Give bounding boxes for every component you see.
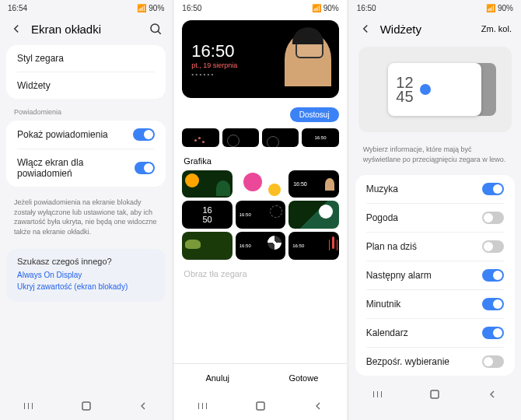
page-title: Widżety [380, 23, 474, 36]
customize-button[interactable]: Dostosuj [290, 107, 339, 122]
nav-recents-icon[interactable] [372, 388, 384, 401]
nav-back-icon[interactable] [312, 400, 324, 412]
svg-rect-2 [257, 402, 264, 410]
toggle-show-notif[interactable] [133, 128, 155, 141]
nav-back-icon[interactable] [486, 388, 498, 401]
clock-thumb[interactable] [236, 170, 285, 198]
preview-time: 16:50 [191, 41, 237, 61]
svg-rect-3 [431, 390, 439, 398]
status-bar: 16:50 📶 90% [174, 0, 346, 16]
svg-point-0 [151, 24, 159, 33]
toggle-switch[interactable] [482, 212, 504, 224]
link-aod[interactable]: Always On Display [17, 271, 155, 279]
widget-preview: 12 45 [358, 47, 512, 132]
clock-thumb[interactable]: 16:50 [288, 232, 338, 260]
status-time: 16:50 [357, 4, 376, 12]
status-icons: 📶90% [137, 4, 164, 12]
phone-widgets: 16:50 📶 90% Widżety Zm. kol. 12 45 Wybie… [349, 0, 521, 420]
row-toggle[interactable]: Minutnik [355, 290, 515, 318]
nav-home-icon[interactable] [80, 400, 93, 412]
clock-thumb[interactable] [222, 128, 259, 147]
search-title: Szukasz czegoś innego? [17, 257, 155, 266]
done-button[interactable]: Gotowe [260, 364, 347, 392]
toggle-label: Kalendarz [366, 327, 408, 338]
bottom-buttons: Anuluj Gotowe [174, 363, 346, 392]
row-toggle[interactable]: Kalendarz [355, 319, 515, 347]
clock-preview: 16:50 pt., 19 sierpnia • • • • • • [182, 20, 338, 98]
toggle-switch[interactable] [482, 355, 504, 368]
toggle-switch[interactable] [482, 240, 504, 253]
status-bar: 16:54 📶90% [0, 0, 172, 16]
toggle-label: Pogoda [366, 212, 398, 223]
section-label-notif: Powiadomienia [0, 102, 172, 117]
clock-grid-graphics: 16:50 16 50 16:50 16:50 16:50 [174, 170, 346, 260]
navbar [174, 392, 346, 420]
nav-home-icon[interactable] [428, 388, 441, 401]
clock-thumb[interactable]: 16:50 [288, 170, 338, 198]
clock-thumb[interactable]: 16:50 [236, 232, 285, 260]
bg-label: Obraz tła zegara [174, 260, 346, 283]
clock-thumb[interactable]: 16 50 [182, 201, 232, 229]
nav-recents-icon[interactable] [197, 400, 209, 412]
toggle-screen-on[interactable] [135, 162, 155, 174]
dot-icon [420, 84, 431, 95]
clock-thumb[interactable] [288, 201, 338, 229]
cancel-button[interactable]: Anuluj [174, 364, 260, 392]
phone-clock-style: 16:50 📶 90% 16:50 pt., 19 sierpnia • • •… [174, 0, 346, 420]
toggle-switch[interactable] [482, 298, 504, 310]
preview-date: pt., 19 sierpnia [191, 61, 237, 69]
description: Jeżeli powiadomienia na ekranie blokady … [0, 190, 172, 244]
navbar [349, 380, 521, 408]
search-more: Szukasz czegoś innego? Always On Display… [6, 249, 166, 302]
clock-thumb[interactable]: 16:50 [302, 128, 338, 147]
svg-rect-1 [82, 402, 90, 410]
phone-cover-screen: 16:54 📶90% Ekran okładki Styl zegara Wid… [0, 0, 172, 420]
navbar [0, 392, 172, 420]
header: Ekran okładki [0, 16, 172, 42]
nav-recents-icon[interactable] [23, 400, 35, 412]
search-icon[interactable] [149, 22, 163, 36]
nav-back-icon[interactable] [137, 400, 149, 412]
row-widgets[interactable]: Widżety [6, 72, 166, 99]
avatar-icon [285, 32, 331, 86]
preview-time: 12 45 [396, 75, 413, 103]
status-bar: 16:50 📶 90% [349, 0, 521, 16]
link-hide-content[interactable]: Ukryj zawartość (ekran blokady) [17, 282, 155, 291]
toggle-label: Muzyka [366, 184, 398, 194]
row-clock-style[interactable]: Styl zegara [6, 45, 166, 72]
toggle-label: Minutnik [366, 299, 401, 310]
toggle-label: Bezpośr. wybieranie [366, 356, 449, 367]
back-icon[interactable] [358, 22, 372, 36]
back-icon[interactable] [9, 22, 23, 36]
clock-thumb[interactable] [182, 170, 232, 198]
section-items: Styl zegara Widżety [6, 45, 166, 99]
clock-thumb[interactable] [182, 128, 219, 147]
toggle-label: Plan na dziś [366, 241, 417, 252]
row-show-notif[interactable]: Pokaż powiadomienia [6, 121, 166, 149]
row-screen-on[interactable]: Włącz ekran dla powiadomień [6, 149, 166, 187]
clock-thumb[interactable] [262, 128, 299, 147]
page-title: Ekran okładki [31, 23, 141, 36]
clock-thumb[interactable] [182, 232, 232, 260]
toggle-switch[interactable] [482, 269, 504, 282]
header: Widżety Zm. kol. [349, 16, 521, 42]
row-toggle[interactable]: Muzyka [355, 175, 515, 203]
row-toggle[interactable]: Bezpośr. wybieranie [355, 348, 515, 376]
graphics-label: Grafika [174, 147, 346, 170]
row-toggle[interactable]: Plan na dziś [355, 233, 515, 261]
clock-grid-basic: 16:50 [174, 128, 346, 147]
nav-home-icon[interactable] [254, 400, 267, 412]
status-time: 16:50 [182, 4, 201, 12]
description: Wybierz informacje, które mają być wyświ… [349, 137, 521, 172]
section-toggles: MuzykaPogodaPlan na dziśNastępny alarmMi… [355, 175, 515, 376]
section-notif: Pokaż powiadomienia Włącz ekran dla powi… [6, 121, 166, 187]
status-time: 16:54 [8, 4, 27, 12]
reorder-button[interactable]: Zm. kol. [481, 24, 512, 33]
toggle-switch[interactable] [482, 183, 504, 195]
clock-thumb[interactable]: 16:50 [236, 201, 285, 229]
toggle-label: Następny alarm [366, 270, 432, 281]
toggle-switch[interactable] [482, 327, 504, 339]
row-toggle[interactable]: Następny alarm [355, 261, 515, 289]
row-toggle[interactable]: Pogoda [355, 204, 515, 232]
